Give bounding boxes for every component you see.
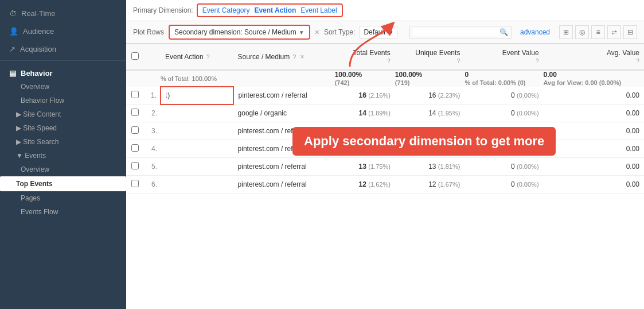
sidebar-item-behavior[interactable]: ▤ Behavior [0, 63, 126, 80]
sidebar-item-top-events[interactable]: Top Events [0, 176, 126, 191]
row-avg: 0.00 [544, 158, 644, 176]
table-wrapper: Apply secondary dimension to get more [126, 44, 644, 194]
remove-col-btn[interactable]: × [300, 53, 305, 61]
remove-secondary-dim[interactable]: × [315, 28, 319, 37]
event-value-help: ? [536, 58, 539, 64]
sidebar-item-acquisition[interactable]: ↗ Acquisition [0, 40, 126, 58]
search-icon: 🔍 [499, 28, 508, 36]
col-unique-events-header[interactable]: Unique Events ? [395, 44, 465, 71]
view-compare-icon[interactable]: ⇌ [607, 25, 621, 39]
view-bar-icon[interactable]: ≡ [591, 25, 605, 39]
total-unique-cell: 100.00% (719) [395, 70, 465, 87]
row-source: google / organic [233, 105, 335, 122]
sort-type-label: Sort Type: [324, 28, 355, 36]
row-checkbox[interactable] [126, 158, 143, 176]
col-event-action-header[interactable]: Event Action ? [161, 44, 233, 71]
sidebar-item-events[interactable]: ▼ Events [0, 149, 126, 163]
row-avg: 0.00 [544, 87, 644, 105]
search-input[interactable] [413, 28, 499, 36]
col-total-events-header[interactable]: Total Events ? [335, 44, 395, 71]
row-unique: 14 (1.95%) [395, 140, 465, 158]
sidebar-item-realtime[interactable]: ⏱ Real-Time [0, 5, 126, 22]
primary-dim-bar: Primary Dimension: Event Category Event … [126, 0, 644, 21]
sidebar-item-site-content[interactable]: ▶ Site Content [0, 107, 126, 121]
row-num: 4. [143, 140, 161, 158]
sidebar-item-label: Real-Time [21, 9, 55, 18]
acquisition-icon: ↗ [9, 45, 15, 53]
row-total: 14 (1.89%) [335, 105, 395, 122]
sort-type-select[interactable]: Default ▼ [360, 26, 397, 38]
row-total: 13 (1.75%) [335, 158, 395, 176]
dim-event-label[interactable]: Event Label [300, 6, 337, 14]
total-label-cell: % of Total: 100.00% [161, 70, 233, 87]
total-value-cell: 0 % of Total: 0.00% (0) [465, 70, 543, 87]
row-value: 0 (0.00%) [465, 122, 543, 140]
col-num-header [143, 44, 161, 71]
row-checkbox[interactable] [126, 176, 143, 194]
row-avg: 0.00 [544, 140, 644, 158]
sidebar: ⏱ Real-Time 👤 Audience ↗ Acquisition ▤ B… [0, 0, 126, 309]
row-value: 0 (0.00%) [465, 176, 543, 194]
sidebar-item-site-search[interactable]: ▶ Site Search [0, 135, 126, 149]
row-checkbox[interactable] [126, 140, 143, 158]
sidebar-item-events-flow[interactable]: Events Flow [0, 205, 126, 219]
dim-event-category[interactable]: Event Category [202, 6, 250, 14]
select-all-checkbox[interactable] [131, 52, 139, 60]
row-avg: 0.00 [544, 122, 644, 140]
row-avg: 0.00 [544, 176, 644, 194]
view-pivot-icon[interactable]: ⊟ [623, 25, 637, 39]
main-content: Primary Dimension: Event Category Event … [126, 0, 644, 309]
sidebar-item-site-speed[interactable]: ▶ Site Speed [0, 121, 126, 135]
row-action [161, 122, 233, 140]
view-pie-icon[interactable]: ◎ [575, 25, 589, 39]
sidebar-behavior-label: Behavior [21, 69, 53, 78]
sidebar-item-label: Acquisition [20, 45, 56, 53]
row-unique: 12 (1.67%) [395, 176, 465, 194]
sidebar-item-audience[interactable]: 👤 Audience [0, 22, 126, 40]
row-value: 0 (0.00%) [465, 158, 543, 176]
event-action-help[interactable]: ? [206, 54, 210, 60]
row-action: :) [161, 87, 233, 105]
row-checkbox[interactable] [126, 105, 143, 122]
table-row: 5. pinterest.com / referral 13 (1.75%) 1… [126, 158, 644, 176]
row-checkbox[interactable] [126, 122, 143, 140]
secondary-dim-row: Plot Rows Secondary dimension: Source / … [126, 21, 644, 44]
source-medium-help[interactable]: ? [293, 54, 296, 60]
dim-event-action[interactable]: Event Action [254, 6, 296, 14]
secondary-dim-value: Secondary dimension: Source / Medium [174, 28, 296, 36]
total-events-help: ? [387, 58, 391, 64]
view-grid-icon[interactable]: ⊞ [559, 25, 573, 39]
row-action [161, 140, 233, 158]
col-event-value-header[interactable]: Event Value ? [465, 44, 543, 71]
table-row: 6. pinterest.com / referral 12 (1.62%) 1… [126, 176, 644, 194]
row-total: 12 (1.62%) [335, 176, 395, 194]
row-avg: 0.00 [544, 105, 644, 122]
total-source [233, 70, 335, 87]
row-unique: 14 (1.95%) [395, 105, 465, 122]
sidebar-item-label: Audience [23, 27, 54, 36]
divider [0, 60, 126, 61]
table-row: 1. :) pinterest.com / referral 16 (2.16%… [126, 87, 644, 105]
col-avg-value-header[interactable]: Avg. Value ? [544, 44, 644, 71]
sidebar-item-events-overview[interactable]: Overview [0, 163, 126, 176]
primary-dim-border: Event Category Event Action Event Label [197, 3, 343, 17]
audience-icon: 👤 [9, 27, 18, 36]
primary-dim-label: Primary Dimension: [133, 6, 193, 14]
secondary-dim-select[interactable]: Secondary dimension: Source / Medium ▼ [169, 25, 310, 40]
total-num [143, 70, 161, 87]
row-num: 2. [143, 105, 161, 122]
row-total: 14 (1.89%) [335, 140, 395, 158]
advanced-link[interactable]: advanced [520, 28, 550, 36]
behavior-icon: ▤ [9, 69, 16, 78]
row-checkbox[interactable] [126, 87, 143, 105]
avg-value-help: ? [636, 58, 639, 64]
table-row: 2. google / organic 14 (1.89%) 14 (1.95%… [126, 105, 644, 122]
row-num: 1. [143, 87, 161, 105]
sidebar-item-overview[interactable]: Overview [0, 80, 126, 94]
search-box[interactable]: 🔍 [409, 26, 512, 38]
total-cb [126, 70, 143, 87]
col-source-medium-header[interactable]: Source / Medium ? × [233, 44, 335, 71]
row-value: 0 (0.00%) [465, 87, 543, 105]
sidebar-item-behavior-flow[interactable]: Behavior Flow [0, 94, 126, 107]
sidebar-item-pages[interactable]: Pages [0, 191, 126, 205]
